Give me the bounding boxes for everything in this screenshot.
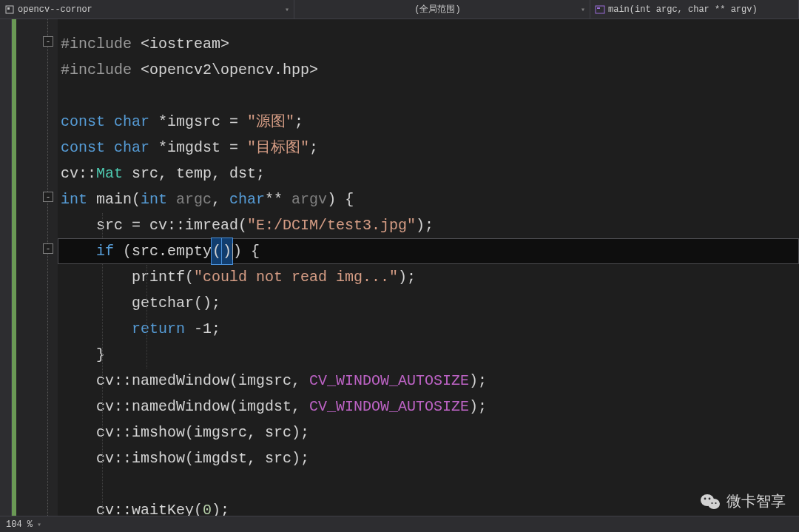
indent-guide — [146, 265, 147, 368]
watermark: 微卡智享 — [700, 491, 786, 511]
code-line: if (src.empty()) { — [58, 238, 799, 264]
svg-rect-1 — [7, 7, 10, 10]
change-indicator-bar — [12, 19, 16, 516]
bracket-match: ( — [212, 238, 222, 264]
fold-guide-line — [47, 19, 48, 516]
code-line: #include <opencv2\opencv.hpp> — [58, 57, 799, 83]
navigation-bar: opencv--cornor ▾ (全局范围) ▾ main(int argc,… — [0, 0, 799, 19]
svg-point-7 — [709, 497, 711, 499]
fold-toggle[interactable]: - — [43, 243, 53, 254]
project-icon — [4, 4, 15, 15]
svg-point-9 — [715, 502, 716, 503]
code-line — [58, 83, 799, 109]
code-line: } — [58, 342, 799, 368]
chevron-down-icon[interactable]: ▾ — [37, 520, 41, 529]
gutter: - - - — [12, 19, 58, 516]
code-line: cv::namedWindow(imgdst, CV_WINDOW_AUTOSI… — [58, 394, 799, 420]
bracket-match: ) — [222, 238, 232, 264]
code-line: src = cv::imread("E:/DCIM/test3.jpg"); — [58, 212, 799, 238]
code-line: #include <iostream> — [58, 31, 799, 57]
wechat-icon — [700, 493, 721, 511]
svg-point-8 — [711, 502, 712, 503]
code-line — [58, 471, 799, 497]
code-line: printf("could not read img..."); — [58, 264, 799, 290]
watermark-text: 微卡智享 — [726, 491, 786, 511]
symbol-name: main(int argc, char ** argv) — [608, 4, 758, 15]
fold-toggle[interactable]: - — [43, 36, 53, 47]
code-line: cv::Mat src, temp, dst; — [58, 161, 799, 186]
code-line: cv::imshow(imgsrc, src); — [58, 420, 799, 445]
code-line: return -1; — [58, 316, 799, 342]
zoom-level[interactable]: 104 % — [6, 519, 33, 530]
project-dropdown[interactable]: opencv--cornor ▾ — [0, 0, 294, 18]
code-editor[interactable]: - - - #include <iostream> #include <open… — [0, 19, 799, 516]
status-bar: 104 % ▾ — [0, 516, 799, 532]
chevron-down-icon: ▾ — [581, 5, 585, 14]
code-line: int main(int argc, char** argv) { — [58, 186, 799, 212]
chevron-down-icon: ▾ — [285, 5, 289, 14]
project-name: opencv--cornor — [18, 4, 92, 15]
scope-label: (全局范围) — [414, 3, 460, 16]
code-line: cv::imshow(imgdst, src); — [58, 445, 799, 471]
fold-toggle[interactable]: - — [43, 192, 53, 202]
code-line: const char *imgsrc = "源图"; — [58, 109, 799, 135]
scope-dropdown[interactable]: (全局范围) ▾ — [294, 0, 590, 18]
code-line: getchar(); — [58, 290, 799, 316]
code-line: const char *imgdst = "目标图"; — [58, 135, 799, 161]
code-line: cv::namedWindow(imgsrc, CV_WINDOW_AUTOSI… — [58, 368, 799, 394]
svg-point-6 — [704, 497, 707, 499]
vertical-scrollbar[interactable] — [0, 19, 12, 516]
svg-point-5 — [708, 499, 720, 509]
svg-rect-3 — [597, 7, 600, 9]
code-area[interactable]: #include <iostream> #include <opencv2\op… — [58, 19, 799, 516]
svg-rect-2 — [596, 6, 604, 13]
symbol-dropdown[interactable]: main(int argc, char ** argv) — [590, 0, 799, 18]
function-icon — [595, 4, 605, 15]
